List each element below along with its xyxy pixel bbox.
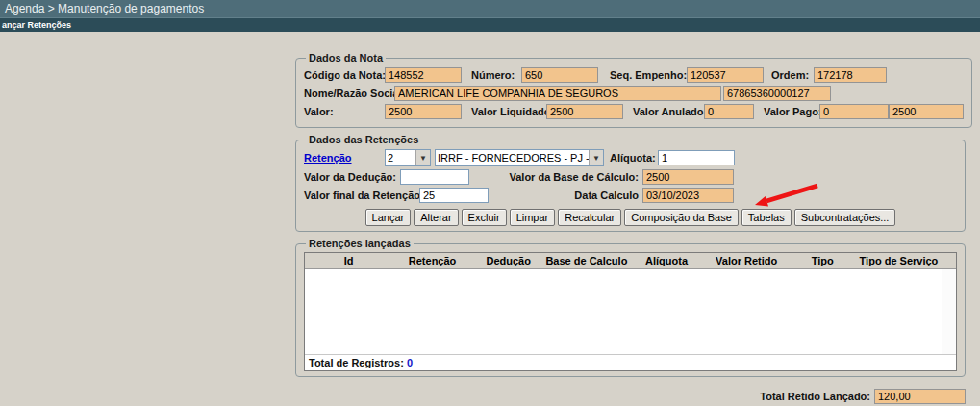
retencao-row-2: Valor da Dedução: Valor da Base de Cálcu… [304, 169, 957, 185]
retencoes-lancadas-legend: Retenções lançadas [306, 238, 414, 249]
valor-field[interactable] [385, 104, 462, 119]
column-tipo-de-servico: Tipo de Serviço [857, 253, 941, 268]
base-calculo-label: Valor da Base de Cálculo: [469, 171, 642, 183]
total-retido-lancado-field[interactable] [874, 389, 966, 404]
retencao-actions: Lançar Alterar Excluir Limpar Recalcular… [304, 209, 957, 226]
dados-das-retencoes-legend: Dados das Retenções [306, 134, 421, 145]
retencoes-table-body [305, 269, 956, 354]
valor-anulado-label: Valor Anulado: [633, 106, 704, 117]
codigo-da-nota-field[interactable] [385, 67, 462, 83]
dados-da-nota-section: Dados da Nota Código da Nota: Número: Se… [295, 52, 972, 128]
chevron-down-icon: ▼ [415, 150, 430, 165]
column-aliquota: Alíquota [628, 253, 704, 268]
tab-bar: ançar Retenções [0, 17, 980, 32]
chevron-down-icon: ▼ [589, 150, 603, 165]
base-calculo-field[interactable] [642, 169, 734, 185]
nome-razao-social-field[interactable] [394, 86, 721, 101]
valor-final-retencao-field[interactable] [419, 188, 489, 203]
column-retencao: Retenção [392, 253, 472, 268]
valor-anulado-field[interactable] [704, 104, 754, 119]
composicao-da-base-button[interactable]: Composição da Base [624, 209, 739, 226]
main-form: Dados da Nota Código da Nota: Número: Se… [295, 52, 966, 406]
data-calculo-label: Data Calculo [489, 190, 642, 201]
valor-deducao-field[interactable] [400, 169, 469, 185]
valor-pago-label: Valor Pago: [764, 106, 819, 117]
retencoes-table: Id Retenção Dedução Base de Calculo Alíq… [304, 252, 957, 371]
seq-empenho-field[interactable] [687, 67, 764, 83]
data-calculo-field[interactable] [642, 188, 734, 203]
nota-row-2: Nome/Razão Social: [304, 86, 964, 101]
retencao-link[interactable]: Retenção [304, 152, 385, 164]
column-tipo: Tipo [789, 253, 857, 268]
ordem-label: Ordem: [771, 69, 814, 81]
subcontratacoes-button[interactable]: Subcontratações... [794, 209, 896, 226]
breadcrumb: Agenda > Manutenção de pagamentos [5, 2, 204, 15]
column-base-de-calculo: Base de Calculo [544, 253, 628, 268]
valor-pago-field[interactable] [819, 104, 889, 119]
total-registros-row: Total de Registros: 0 [305, 354, 956, 370]
numero-label: Número: [471, 69, 521, 81]
table-scrollbar[interactable] [942, 269, 956, 354]
codigo-da-nota-label: Código da Nota: [304, 69, 385, 81]
valor-liquidado-field[interactable] [546, 104, 623, 119]
valor-liquidado-label: Valor Liquidado: [471, 106, 546, 117]
dados-das-retencoes-section: Dados das Retenções Retenção 2 ▼ IRRF - … [295, 134, 966, 232]
retencao-numero-value: 2 [386, 150, 415, 165]
limpar-button[interactable]: Limpar [510, 209, 556, 226]
nota-row-3: Valor: Valor Liquidado: Valor Anulado: V… [304, 104, 964, 119]
column-scroll-gutter [941, 253, 956, 268]
tabelas-button[interactable]: Tabelas [741, 209, 792, 226]
retencao-row-1: Retenção 2 ▼ IRRF - FORNECEDORES - PJ - … [304, 149, 957, 166]
retencao-tipo-select[interactable]: IRRF - FORNECEDORES - PJ - 1% ▼ [435, 149, 604, 166]
total-retido-row: Total Retido Lançado: [295, 389, 966, 404]
column-id: Id [305, 253, 392, 268]
tab-lancar-retencoes[interactable]: ançar Retenções [2, 20, 71, 30]
column-valor-retido: Valor Retido [705, 253, 789, 268]
aliquota-label: Alíquota: [610, 152, 658, 164]
valor-pago-total-field[interactable] [889, 104, 964, 119]
valor-final-retencao-label: Valor final da Retenção: [304, 190, 419, 201]
retencao-row-3: Valor final da Retenção: Data Calculo [304, 188, 957, 203]
numero-field[interactable] [521, 67, 598, 83]
breadcrumb-bar: Agenda > Manutenção de pagamentos [0, 0, 980, 17]
nota-row-1: Código da Nota: Número: Seq. Empenho:: O… [304, 67, 964, 83]
column-deducao: Dedução [472, 253, 544, 268]
retencao-tipo-value: IRRF - FORNECEDORES - PJ - 1% [436, 150, 589, 165]
seq-empenho-label: Seq. Empenho:: [610, 69, 687, 81]
retencoes-lancadas-section: Retenções lançadas Id Retenção Dedução B… [295, 238, 966, 377]
retencoes-table-header: Id Retenção Dedução Base de Calculo Alíq… [305, 253, 956, 269]
alterar-button[interactable]: Alterar [414, 209, 458, 226]
valor-deducao-label: Valor da Dedução: [304, 171, 400, 183]
total-registros-label: Total de Registros: [309, 357, 404, 368]
retencao-numero-select[interactable]: 2 ▼ [385, 149, 431, 166]
total-retido-lancado-label: Total Retido Lançado: [760, 391, 870, 402]
total-registros-value: 0 [407, 357, 413, 368]
cnpj-field[interactable] [723, 86, 831, 101]
dados-da-nota-legend: Dados da Nota [306, 52, 386, 63]
valor-label: Valor: [304, 106, 385, 117]
aliquota-field[interactable] [658, 150, 735, 165]
nome-razao-social-label: Nome/Razão Social: [304, 88, 394, 99]
ordem-field[interactable] [814, 67, 887, 83]
excluir-button[interactable]: Excluir [462, 209, 507, 226]
recalcular-button[interactable]: Recalcular [558, 209, 621, 226]
lancar-button[interactable]: Lançar [365, 209, 412, 226]
